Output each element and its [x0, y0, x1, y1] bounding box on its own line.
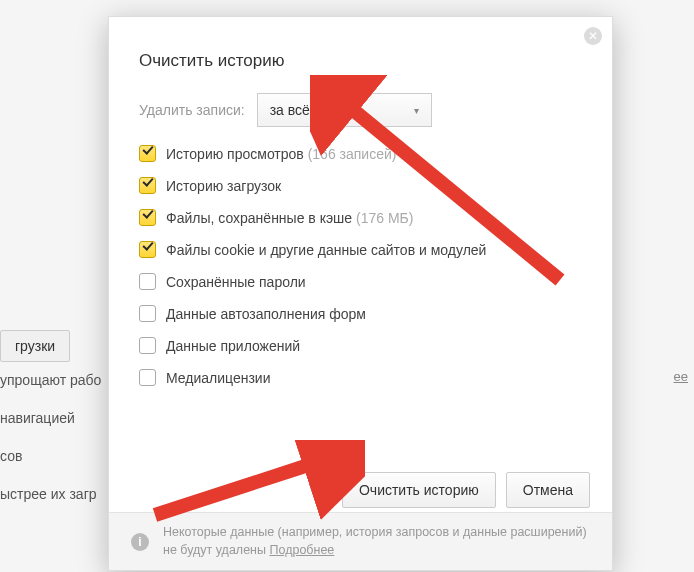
checkbox-sublabel-2: (176 МБ): [352, 210, 413, 226]
checkbox-7[interactable]: [139, 369, 156, 386]
checkbox-4[interactable]: [139, 273, 156, 290]
bg-link-more[interactable]: ее: [674, 369, 688, 384]
checkbox-6[interactable]: [139, 337, 156, 354]
clear-history-dialog: ✕ Очистить историю Удалить записи: за вс…: [108, 16, 613, 571]
time-range-label: Удалить записи:: [139, 102, 245, 118]
checkbox-row-2[interactable]: Файлы, сохранённые в кэше (176 МБ): [139, 209, 579, 226]
chevron-down-icon: ▾: [414, 105, 419, 116]
checkbox-5[interactable]: [139, 305, 156, 322]
dialog-title: Очистить историю: [139, 51, 284, 71]
checkbox-row-0[interactable]: Историю просмотров (166 записей): [139, 145, 579, 162]
checkbox-row-1[interactable]: Историю загрузок: [139, 177, 579, 194]
checkbox-row-5[interactable]: Данные автозаполнения форм: [139, 305, 579, 322]
checkbox-row-6[interactable]: Данные приложений: [139, 337, 579, 354]
info-icon: i: [131, 533, 149, 551]
close-icon[interactable]: ✕: [584, 27, 602, 45]
checkbox-label-3: Файлы cookie и другие данные сайтов и мо…: [166, 242, 486, 258]
bg-text-frag3: сов: [0, 448, 22, 464]
checkbox-label-0: Историю просмотров (166 записей): [166, 146, 396, 162]
clear-history-button[interactable]: Очистить историю: [342, 472, 496, 508]
checkbox-sublabel-0: (166 записей): [304, 146, 397, 162]
checkbox-label-5: Данные автозаполнения форм: [166, 306, 366, 322]
bg-text-frag1: упрощают рабо: [0, 372, 101, 388]
footer-note: Некоторые данные (например, история запр…: [163, 525, 587, 557]
checkbox-row-7[interactable]: Медиалицензии: [139, 369, 579, 386]
time-range-select[interactable]: за всё время ▾: [257, 93, 432, 127]
checkbox-label-7: Медиалицензии: [166, 370, 271, 386]
dialog-footer: i Некоторые данные (например, история за…: [109, 512, 612, 570]
time-range-row: Удалить записи: за всё время ▾: [139, 93, 432, 127]
checkbox-row-4[interactable]: Сохранённые пароли: [139, 273, 579, 290]
dialog-actions: Очистить историю Отмена: [109, 472, 612, 508]
checkbox-label-2: Файлы, сохранённые в кэше (176 МБ): [166, 210, 413, 226]
footer-more-link[interactable]: Подробнее: [269, 543, 334, 557]
bg-text-frag4: ыстрее их загр: [0, 486, 97, 502]
checkbox-label-4: Сохранённые пароли: [166, 274, 306, 290]
checkbox-0[interactable]: [139, 145, 156, 162]
bg-button-downloads[interactable]: грузки: [0, 330, 70, 362]
checkbox-1[interactable]: [139, 177, 156, 194]
checkbox-label-1: Историю загрузок: [166, 178, 281, 194]
cancel-button[interactable]: Отмена: [506, 472, 590, 508]
bg-text-frag2: навигацией: [0, 410, 75, 426]
checkbox-3[interactable]: [139, 241, 156, 258]
checkbox-row-3[interactable]: Файлы cookie и другие данные сайтов и мо…: [139, 241, 579, 258]
footer-text: Некоторые данные (например, история запр…: [163, 524, 590, 559]
checkbox-2[interactable]: [139, 209, 156, 226]
time-range-value: за всё время: [270, 102, 354, 118]
checkbox-list: Историю просмотров (166 записей)Историю …: [139, 145, 579, 401]
checkbox-label-6: Данные приложений: [166, 338, 300, 354]
